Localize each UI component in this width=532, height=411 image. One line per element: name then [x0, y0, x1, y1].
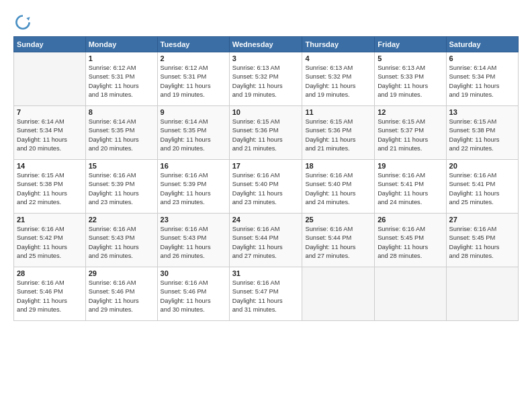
cell-content: Sunrise: 6:16 AMSunset: 5:43 PMDaylight:… [161, 225, 226, 261]
calendar-cell: 22Sunrise: 6:16 AMSunset: 5:43 PMDayligh… [85, 214, 157, 267]
cell-content: Sunrise: 6:15 AMSunset: 5:36 PMDaylight:… [305, 118, 371, 154]
calendar-cell: 7Sunrise: 6:14 AMSunset: 5:34 PMDaylight… [14, 106, 86, 160]
calendar-cell [302, 267, 375, 321]
calendar-cell: 20Sunrise: 6:16 AMSunset: 5:41 PMDayligh… [446, 160, 518, 214]
day-number: 21 [17, 216, 83, 224]
day-number: 28 [17, 269, 83, 277]
logo [13, 13, 35, 32]
calendar-cell: 24Sunrise: 6:16 AMSunset: 5:44 PMDayligh… [229, 214, 302, 267]
header [13, 11, 519, 32]
cell-content: Sunrise: 6:16 AMSunset: 5:46 PMDaylight:… [89, 279, 154, 315]
day-number: 12 [378, 108, 443, 116]
calendar-cell: 18Sunrise: 6:16 AMSunset: 5:40 PMDayligh… [302, 160, 375, 214]
calendar-cell [14, 52, 86, 106]
day-number: 2 [161, 54, 226, 62]
calendar-cell: 21Sunrise: 6:16 AMSunset: 5:42 PMDayligh… [14, 214, 86, 267]
day-number: 4 [305, 54, 371, 62]
cell-content: Sunrise: 6:12 AMSunset: 5:31 PMDaylight:… [161, 64, 226, 100]
calendar-cell [375, 267, 446, 321]
calendar-cell: 1Sunrise: 6:12 AMSunset: 5:31 PMDaylight… [85, 52, 157, 106]
calendar-cell: 19Sunrise: 6:16 AMSunset: 5:41 PMDayligh… [375, 160, 446, 214]
day-number: 25 [305, 216, 371, 224]
day-number: 6 [449, 54, 515, 62]
calendar-cell: 23Sunrise: 6:16 AMSunset: 5:43 PMDayligh… [157, 214, 229, 267]
cell-content: Sunrise: 6:16 AMSunset: 5:44 PMDaylight:… [232, 225, 300, 261]
calendar-cell: 17Sunrise: 6:16 AMSunset: 5:40 PMDayligh… [229, 160, 302, 214]
week-row-5: 28Sunrise: 6:16 AMSunset: 5:46 PMDayligh… [14, 267, 519, 321]
day-number: 10 [232, 108, 300, 116]
cell-content: Sunrise: 6:16 AMSunset: 5:46 PMDaylight:… [161, 279, 226, 315]
calendar-cell: 16Sunrise: 6:16 AMSunset: 5:39 PMDayligh… [157, 160, 229, 214]
calendar-cell: 13Sunrise: 6:15 AMSunset: 5:38 PMDayligh… [446, 106, 518, 160]
day-number: 14 [17, 162, 83, 170]
cell-content: Sunrise: 6:15 AMSunset: 5:36 PMDaylight:… [232, 118, 300, 154]
cell-content: Sunrise: 6:16 AMSunset: 5:45 PMDaylight:… [378, 225, 443, 261]
cell-content: Sunrise: 6:14 AMSunset: 5:35 PMDaylight:… [89, 118, 154, 154]
week-row-3: 14Sunrise: 6:15 AMSunset: 5:38 PMDayligh… [14, 160, 519, 214]
calendar-cell: 27Sunrise: 6:16 AMSunset: 5:45 PMDayligh… [446, 214, 518, 267]
calendar-cell: 29Sunrise: 6:16 AMSunset: 5:46 PMDayligh… [85, 267, 157, 321]
day-number: 7 [17, 108, 83, 116]
cell-content: Sunrise: 6:13 AMSunset: 5:33 PMDaylight:… [378, 64, 443, 100]
week-row-1: 1Sunrise: 6:12 AMSunset: 5:31 PMDaylight… [14, 52, 519, 106]
cell-content: Sunrise: 6:14 AMSunset: 5:34 PMDaylight:… [17, 118, 83, 154]
header-row: SundayMondayTuesdayWednesdayThursdayFrid… [14, 37, 519, 52]
day-header-sunday: Sunday [14, 37, 86, 52]
calendar-table: SundayMondayTuesdayWednesdayThursdayFrid… [13, 36, 519, 321]
cell-content: Sunrise: 6:13 AMSunset: 5:32 PMDaylight:… [305, 64, 371, 100]
day-number: 27 [449, 216, 515, 224]
cell-content: Sunrise: 6:16 AMSunset: 5:47 PMDaylight:… [232, 279, 300, 315]
cell-content: Sunrise: 6:15 AMSunset: 5:38 PMDaylight:… [17, 171, 83, 208]
cell-content: Sunrise: 6:15 AMSunset: 5:38 PMDaylight:… [449, 118, 515, 154]
calendar-cell: 30Sunrise: 6:16 AMSunset: 5:46 PMDayligh… [157, 267, 229, 321]
calendar-cell: 4Sunrise: 6:13 AMSunset: 5:32 PMDaylight… [302, 52, 375, 106]
day-number: 13 [449, 108, 515, 116]
cell-content: Sunrise: 6:16 AMSunset: 5:44 PMDaylight:… [305, 225, 371, 261]
cell-content: Sunrise: 6:16 AMSunset: 5:43 PMDaylight:… [89, 225, 154, 261]
calendar-cell: 28Sunrise: 6:16 AMSunset: 5:46 PMDayligh… [14, 267, 86, 321]
day-number: 18 [305, 162, 371, 170]
day-header-saturday: Saturday [446, 37, 518, 52]
calendar-cell: 2Sunrise: 6:12 AMSunset: 5:31 PMDaylight… [157, 52, 229, 106]
cell-content: Sunrise: 6:16 AMSunset: 5:40 PMDaylight:… [305, 171, 371, 208]
calendar-cell: 26Sunrise: 6:16 AMSunset: 5:45 PMDayligh… [375, 214, 446, 267]
cell-content: Sunrise: 6:16 AMSunset: 5:45 PMDaylight:… [449, 225, 515, 261]
calendar-cell: 14Sunrise: 6:15 AMSunset: 5:38 PMDayligh… [14, 160, 86, 214]
calendar-cell: 25Sunrise: 6:16 AMSunset: 5:44 PMDayligh… [302, 214, 375, 267]
cell-content: Sunrise: 6:16 AMSunset: 5:39 PMDaylight:… [89, 171, 154, 208]
page: SundayMondayTuesdayWednesdayThursdayFrid… [0, 0, 532, 411]
day-number: 26 [378, 216, 443, 224]
day-header-tuesday: Tuesday [157, 37, 229, 52]
calendar-cell: 15Sunrise: 6:16 AMSunset: 5:39 PMDayligh… [85, 160, 157, 214]
day-number: 29 [89, 269, 154, 277]
day-number: 23 [161, 216, 226, 224]
day-number: 8 [89, 108, 154, 116]
day-number: 30 [161, 269, 226, 277]
calendar-cell: 10Sunrise: 6:15 AMSunset: 5:36 PMDayligh… [229, 106, 302, 160]
day-number: 11 [305, 108, 371, 116]
day-number: 19 [378, 162, 443, 170]
calendar-cell: 12Sunrise: 6:15 AMSunset: 5:37 PMDayligh… [375, 106, 446, 160]
cell-content: Sunrise: 6:16 AMSunset: 5:41 PMDaylight:… [449, 171, 515, 208]
cell-content: Sunrise: 6:16 AMSunset: 5:39 PMDaylight:… [161, 171, 226, 208]
cell-content: Sunrise: 6:16 AMSunset: 5:41 PMDaylight:… [378, 171, 443, 208]
calendar-cell: 6Sunrise: 6:14 AMSunset: 5:34 PMDaylight… [446, 52, 518, 106]
calendar-cell: 8Sunrise: 6:14 AMSunset: 5:35 PMDaylight… [85, 106, 157, 160]
day-number: 24 [232, 216, 300, 224]
day-number: 9 [161, 108, 226, 116]
cell-content: Sunrise: 6:15 AMSunset: 5:37 PMDaylight:… [378, 118, 443, 154]
cell-content: Sunrise: 6:12 AMSunset: 5:31 PMDaylight:… [89, 64, 154, 100]
cell-content: Sunrise: 6:14 AMSunset: 5:35 PMDaylight:… [161, 118, 226, 154]
calendar-cell: 3Sunrise: 6:13 AMSunset: 5:32 PMDaylight… [229, 52, 302, 106]
cell-content: Sunrise: 6:16 AMSunset: 5:46 PMDaylight:… [17, 279, 83, 315]
calendar-cell: 31Sunrise: 6:16 AMSunset: 5:47 PMDayligh… [229, 267, 302, 321]
day-number: 16 [161, 162, 226, 170]
day-number: 3 [232, 54, 300, 62]
day-number: 22 [89, 216, 154, 224]
calendar-cell: 9Sunrise: 6:14 AMSunset: 5:35 PMDaylight… [157, 106, 229, 160]
day-number: 5 [378, 54, 443, 62]
day-number: 17 [232, 162, 300, 170]
cell-content: Sunrise: 6:14 AMSunset: 5:34 PMDaylight:… [449, 64, 515, 100]
cell-content: Sunrise: 6:16 AMSunset: 5:40 PMDaylight:… [232, 171, 300, 208]
calendar-cell: 5Sunrise: 6:13 AMSunset: 5:33 PMDaylight… [375, 52, 446, 106]
